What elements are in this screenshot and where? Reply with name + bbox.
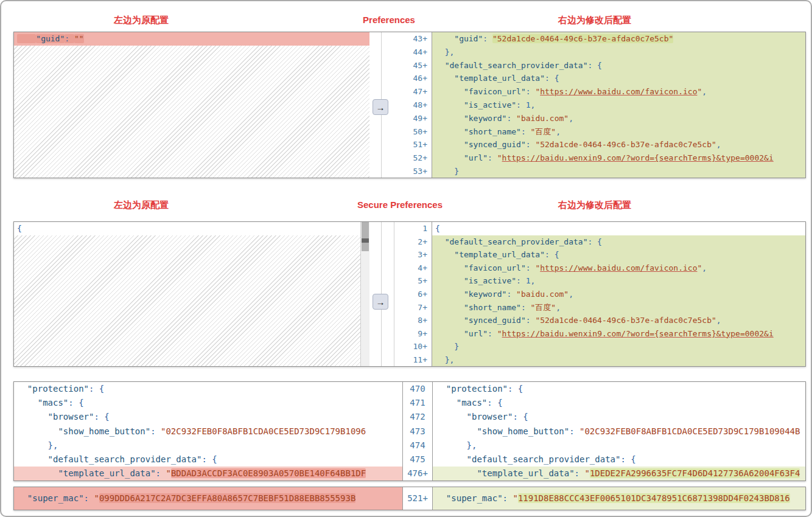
code-token <box>17 412 48 422</box>
code-token <box>17 34 36 43</box>
line-number: 9+ <box>413 327 427 341</box>
code-token: }, <box>436 440 477 450</box>
panel1-left-annotation: 左边为原配置 <box>114 15 169 26</box>
code-line: "template_url_data": { <box>432 248 805 262</box>
code-token: "baidu.com" <box>516 290 569 299</box>
code-token: " <box>166 468 170 478</box>
code-token <box>435 250 454 259</box>
code-token <box>435 153 464 162</box>
code-token: , <box>531 276 536 285</box>
code-token: 1 <box>526 100 531 109</box>
code-token: "default_search_provider_data" <box>445 61 588 70</box>
modified-config-pane: "guid": "52da1cde-0464-49c6-b37e-afdac0c… <box>432 32 805 178</box>
code-token: "template_url_data" <box>58 468 155 478</box>
line-number: 474 <box>403 439 432 453</box>
code-token: : { <box>89 384 104 394</box>
line-number: 53+ <box>413 165 427 178</box>
code-token: , <box>556 303 561 312</box>
code-token: , <box>569 114 573 123</box>
code-line: "favicon_url": "https://www.baidu.com/fa… <box>432 85 805 99</box>
code-token: "macs" <box>457 398 488 408</box>
line-number: 49+ <box>413 112 427 125</box>
code-token <box>436 468 477 478</box>
code-token <box>436 493 446 503</box>
code-token: " <box>513 493 517 503</box>
line-number: 3+ <box>413 248 427 262</box>
scrollbar-grip <box>362 238 369 243</box>
code-token: : <box>526 316 536 325</box>
code-line: "browser": { <box>14 410 402 424</box>
code-token: } <box>435 342 459 351</box>
merge-right-arrow-button[interactable]: → <box>373 294 388 310</box>
code-token: "keyword" <box>464 114 506 123</box>
line-number: 473 <box>403 425 432 439</box>
original-config-pane: "protection": { "macs": { "browser": { "… <box>14 382 402 481</box>
line-number: 50+ <box>413 125 427 139</box>
diff-panel-protection-macs: "protection": { "macs": { "browser": { "… <box>13 381 806 481</box>
code-token: : <box>526 87 536 96</box>
code-line: "keyword": "baidu.com", <box>432 288 805 301</box>
code-token: : { <box>620 454 635 464</box>
code-token: "super_mac" <box>27 493 84 503</box>
code-token <box>17 493 27 503</box>
code-token: "macs" <box>38 398 69 408</box>
code-token <box>17 426 58 436</box>
code-token <box>435 276 464 285</box>
code-line: "template_url_data": { <box>432 72 805 85</box>
line-number: 52+ <box>413 151 427 165</box>
code-line: "macs": { <box>433 396 805 410</box>
code-token <box>435 74 454 83</box>
code-token: "short_name" <box>464 303 521 312</box>
scrollbar-thumb[interactable] <box>362 222 369 251</box>
code-token <box>435 140 464 149</box>
code-line: "default_search_provider_data": { <box>433 453 805 467</box>
code-token: "guid" <box>454 34 483 43</box>
line-number: 7+ <box>413 301 427 314</box>
panel2-title: Secure Preferences <box>357 200 443 210</box>
code-line: } <box>432 165 805 178</box>
line-number: 521+ <box>403 487 432 510</box>
panel1-title: Preferences <box>363 15 415 25</box>
line-number: 1 <box>413 222 427 235</box>
code-token: "02C932FEB0F8ABFB1CDA0CE5ED73D9C179B1096 <box>161 426 366 436</box>
code-token <box>435 114 464 123</box>
code-token: , <box>569 290 573 299</box>
code-token <box>17 454 48 464</box>
code-token <box>436 384 446 394</box>
code-token: 1 <box>526 276 531 285</box>
line-number: 11+ <box>413 353 427 367</box>
code-token <box>435 87 464 96</box>
code-token <box>436 454 467 464</box>
empty-diff-region <box>14 235 369 366</box>
code-token: }, <box>435 47 454 57</box>
vertical-scrollbar[interactable] <box>360 222 369 366</box>
code-line: "synced_guid": "52da1cde-0464-49c6-b37e-… <box>432 138 805 151</box>
code-line: "super_mac": "1191D8E88CCC43EF0065101DC3… <box>433 487 805 510</box>
merge-right-arrow-button[interactable]: → <box>373 99 388 115</box>
code-token: : { <box>201 454 217 464</box>
code-line: "browser": { <box>433 410 805 424</box>
code-token: "guid" <box>36 34 65 43</box>
modified-config-pane: "protection": { "macs": { "browser": { "… <box>433 382 805 481</box>
diff-gutter: → 43+44+45+46+47+48+49+50+51+52+53+ <box>369 32 432 178</box>
line-number-column: 521+ <box>403 487 432 510</box>
empty-diff-region <box>14 46 369 178</box>
code-token <box>435 316 464 325</box>
code-token: "52da1cde-0464-49c6-b37e-afdac0c7e5cb" <box>492 34 673 43</box>
panel2-right-annotation: 右边为修改后配置 <box>558 200 631 211</box>
code-line: "is_active": 1, <box>432 274 805 288</box>
code-token: https://www.baidu.com/favicon.ico <box>540 87 697 96</box>
line-number: 471 <box>403 396 432 410</box>
code-line: "protection": { <box>433 382 805 396</box>
code-token: : <box>503 493 513 503</box>
code-token: "" <box>74 34 84 43</box>
code-token <box>435 263 464 272</box>
code-token: "browser" <box>48 412 94 422</box>
code-token <box>435 34 454 43</box>
code-token: : { <box>587 237 601 246</box>
code-line: "keyword": "baidu.com", <box>432 112 805 125</box>
gutter-divider <box>394 222 394 366</box>
code-token <box>435 127 464 136</box>
code-token: "百度" <box>531 303 556 312</box>
diff-panel-super-mac: "super_mac": "099DDD6A217C2A7DC3EFFA80A8… <box>13 487 806 510</box>
